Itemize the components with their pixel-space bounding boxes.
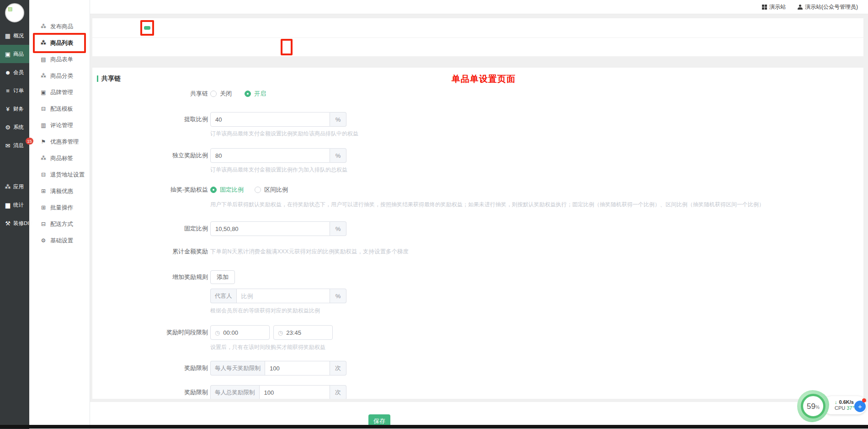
fixed-ratio-input[interactable] — [210, 221, 330, 236]
nav2-item-full-discount[interactable]: ⊞ 满额优惠 — [35, 183, 84, 199]
gear-icon: ⚙ — [40, 237, 47, 244]
extract-ratio-input[interactable] — [210, 112, 330, 127]
daily-limit-prefix: 每人每天奖励限制 — [210, 361, 265, 375]
nav2-item-goods-form[interactable]: ▤ 商品表单 — [35, 51, 84, 68]
nav1-label: 消息 — [13, 142, 24, 149]
independent-ratio-input[interactable] — [210, 148, 330, 163]
truck-icon: ⊟ — [40, 106, 47, 112]
nav1-item-goods[interactable]: ▣ 商品 — [0, 45, 29, 63]
sitemap-icon: ⁂ — [40, 155, 47, 161]
briefcase-icon: ▣ — [40, 89, 47, 96]
hammer-icon: ⚒ — [4, 220, 11, 227]
fixed-ratio-radio[interactable]: 固定比例 — [210, 186, 244, 194]
nav1-item-system[interactable]: ⚙ 系统 — [0, 118, 29, 136]
tab-marketing[interactable] — [144, 26, 150, 30]
field-label: 独立奖励比例 — [92, 151, 210, 160]
field-cumulative-reward: 累计金额奖励 下单前N天累计消费金额满XXX元获得对应的比例奖励权益，支持设置多… — [92, 247, 863, 256]
memory-percent-ring[interactable]: 59% — [801, 394, 825, 418]
field-rule-row: 代言人 % — [92, 289, 863, 303]
field-help: 订单该商品最终支付金额设置比例作为加入排队的总权益 — [210, 166, 863, 174]
nav1-label: 财务 — [13, 106, 24, 113]
store-icon: ▣ — [4, 51, 11, 58]
spokesperson-prefix: 代言人 — [210, 289, 236, 303]
logo-avatar: ▨ — [5, 3, 24, 22]
sitemap-icon: ⁂ — [40, 73, 47, 79]
users-icon: ☻ — [4, 69, 11, 76]
cpu-label: CPU — [835, 405, 845, 411]
user-name: 演示站(公众号管理员) — [805, 3, 858, 11]
nav2-item-brand-manage[interactable]: ▣ 品牌管理 — [35, 84, 84, 101]
times-suffix: 次 — [330, 385, 346, 399]
nav1-item-apps[interactable]: ⁂ 应用 — [0, 177, 29, 196]
field-daily-limit: 奖励限制 每人每天奖励限制 次 — [92, 361, 863, 375]
end-time-input[interactable]: ◷ 23:45 — [273, 325, 333, 340]
nav1-item-members[interactable]: ☻ 会员 — [0, 63, 29, 81]
truck-icon: ⊟ — [40, 221, 47, 227]
add-rule-button[interactable]: 添加 — [210, 270, 235, 284]
nav2-item-coupon-manage[interactable]: ⚑ 优惠券管理 — [35, 134, 84, 150]
start-time-input[interactable]: ◷ 00:00 — [210, 325, 270, 340]
radio-circle-icon — [210, 91, 217, 97]
nav2-item-ship-template[interactable]: ⊟ 配送模板 — [35, 101, 84, 117]
radio-circle-icon — [210, 187, 217, 193]
share-chain-off-radio[interactable]: 关闭 — [210, 90, 232, 98]
nav2-item-basic-settings[interactable]: ⚙ 基础设置 — [35, 232, 84, 249]
radio-circle-icon — [255, 187, 261, 193]
nav1-item-orders[interactable]: ≡ 订单 — [0, 81, 29, 100]
nav2-label: 批量操作 — [50, 204, 73, 212]
percent-suffix: % — [330, 221, 346, 236]
apps-icon: ⁂ — [4, 183, 11, 190]
dashboard-icon: ▦ — [4, 32, 11, 39]
nav1-item-finance[interactable]: ¥ 财务 — [0, 100, 29, 118]
app-logo[interactable]: ▨ — [0, 0, 29, 26]
section-title: 共享链 — [101, 75, 121, 83]
nav1-item-diy[interactable]: ⚒ 装修DIY — [0, 214, 29, 232]
daily-limit-input[interactable] — [265, 361, 330, 375]
nav1-item-overview[interactable]: ▦ 概况 — [0, 27, 29, 45]
memory-percent-value: 59 — [807, 402, 815, 411]
nav1-item-messages[interactable]: ✉ 消息 15 — [0, 136, 29, 155]
total-limit-input[interactable] — [259, 385, 330, 399]
nav2-label: 商品分类 — [50, 72, 73, 80]
download-arrow-icon: ↓ — [835, 399, 837, 405]
nav2-item-comment-manage[interactable]: ▥ 评论管理 — [35, 117, 84, 134]
nav1-label: 订单 — [13, 87, 24, 94]
gears-icon: ⚙ — [4, 124, 11, 131]
nav2-item-goods-category[interactable]: ⁂ 商品分类 — [35, 68, 84, 84]
field-time-range: 奖励时间段限制 ◷ 00:00 ◷ 23:45 — [92, 325, 863, 340]
nav1-label: 概况 — [13, 32, 24, 39]
nav2-item-publish-goods[interactable]: ⁂ 发布商品 — [35, 18, 84, 35]
field-label: 奖励限制 — [92, 388, 210, 397]
share-nodes-icon: ⁂ — [40, 40, 47, 46]
site-grid-icon — [762, 5, 767, 10]
download-speed: 0.6K/s — [839, 399, 854, 405]
settings-panel: 共享链 共享链 关闭 开启 提取比例 % 订单该商品最终支付金额设置比例奖励给该… — [92, 68, 863, 399]
nav1-label: 系统 — [13, 124, 24, 131]
truck-icon: ⊟ — [40, 172, 47, 178]
document-icon: ▤ — [40, 56, 47, 63]
nav2-item-goods-tags[interactable]: ⁂ 商品标签 — [35, 150, 84, 166]
logo-image-icon: ▨ — [8, 6, 12, 12]
nav2-item-batch-operation[interactable]: ⊞ 批量操作 — [35, 199, 84, 216]
nav2-item-goods-list[interactable]: ⁂ 商品列表 — [35, 35, 84, 51]
nav2-item-return-address[interactable]: ⊟ 退货地址设置 — [35, 166, 84, 183]
field-label: 提取比例 — [92, 115, 210, 123]
nav2-item-delivery-method[interactable]: ⊟ 配送方式 — [35, 216, 84, 232]
columns-icon: ▥ — [40, 122, 47, 129]
nav2-label: 评论管理 — [50, 122, 73, 129]
field-help: 用户下单后获得默认奖励权益，在待奖励状态下，用户可以进行抽奖，按照抽奖结果获得最… — [210, 201, 863, 209]
user-menu[interactable]: 演示站(公众号管理员) — [798, 3, 858, 11]
times-suffix: 次 — [330, 361, 346, 375]
share-nodes-icon: ⁂ — [40, 23, 47, 30]
nav2-label: 退货地址设置 — [50, 171, 85, 179]
range-ratio-radio[interactable]: 区间比例 — [255, 186, 288, 194]
yen-icon: ¥ — [4, 106, 11, 113]
nav1-item-stats[interactable]: ▆ 统计 — [0, 196, 29, 214]
tag-icon: ⚑ — [40, 139, 47, 145]
secondary-tabs — [92, 38, 863, 56]
field-extract-ratio: 提取比例 % — [92, 112, 863, 127]
site-switcher[interactable]: 演示站 — [762, 3, 786, 11]
rule-ratio-input[interactable] — [236, 289, 330, 303]
share-chain-on-radio[interactable]: 开启 — [245, 90, 266, 98]
end-time-value: 23:45 — [286, 329, 301, 336]
